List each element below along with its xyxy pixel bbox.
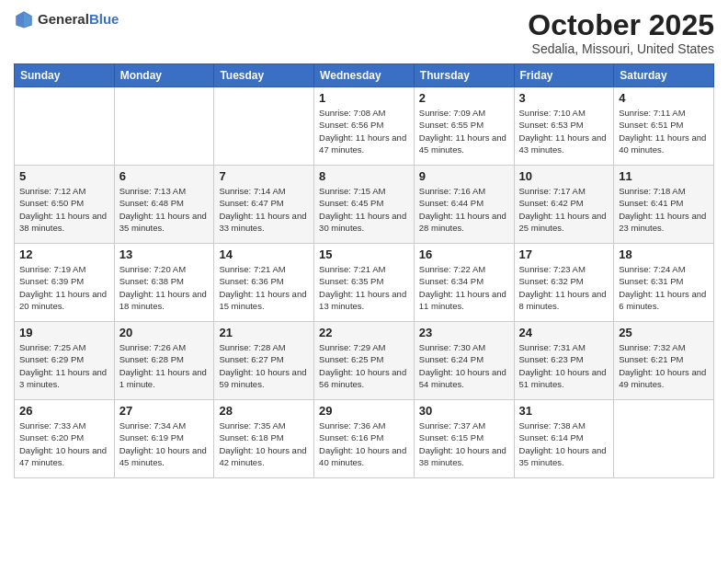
day-header-friday: Friday <box>514 64 614 87</box>
day-cell: 1Sunrise: 7:08 AM Sunset: 6:56 PM Daylig… <box>314 87 415 166</box>
day-number: 14 <box>219 247 309 261</box>
day-header-tuesday: Tuesday <box>214 64 314 87</box>
day-cell: 13Sunrise: 7:20 AM Sunset: 6:38 PM Dayli… <box>114 244 214 322</box>
day-cell: 5Sunrise: 7:12 AM Sunset: 6:50 PM Daylig… <box>15 166 115 244</box>
day-number: 29 <box>319 404 409 418</box>
day-cell: 26Sunrise: 7:33 AM Sunset: 6:20 PM Dayli… <box>15 400 115 478</box>
day-info: Sunrise: 7:24 AM Sunset: 6:31 PM Dayligh… <box>619 263 709 312</box>
day-number: 1 <box>319 91 409 105</box>
calendar-title: October 2025 <box>528 9 714 41</box>
day-cell: 7Sunrise: 7:14 AM Sunset: 6:47 PM Daylig… <box>214 166 314 244</box>
day-cell: 6Sunrise: 7:13 AM Sunset: 6:48 PM Daylig… <box>114 166 214 244</box>
day-number: 24 <box>519 326 609 339</box>
day-cell: 28Sunrise: 7:35 AM Sunset: 6:18 PM Dayli… <box>214 400 314 478</box>
day-number: 26 <box>19 404 109 418</box>
day-info: Sunrise: 7:09 AM Sunset: 6:55 PM Dayligh… <box>419 107 509 155</box>
day-number: 30 <box>419 404 509 418</box>
calendar-subtitle: Sedalia, Missouri, United States <box>528 41 714 56</box>
header: General Blue October 2025 Sedalia, Misso… <box>14 9 714 56</box>
day-number: 9 <box>419 169 509 183</box>
day-info: Sunrise: 7:22 AM Sunset: 6:34 PM Dayligh… <box>419 263 509 312</box>
day-header-sunday: Sunday <box>15 64 115 87</box>
day-number: 11 <box>619 169 709 183</box>
day-cell: 19Sunrise: 7:25 AM Sunset: 6:29 PM Dayli… <box>15 322 115 400</box>
day-info: Sunrise: 7:18 AM Sunset: 6:41 PM Dayligh… <box>619 185 709 234</box>
logo-blue: Blue <box>89 12 119 28</box>
day-number: 27 <box>119 404 210 418</box>
day-number: 8 <box>319 169 409 183</box>
day-info: Sunrise: 7:29 AM Sunset: 6:25 PM Dayligh… <box>319 341 409 390</box>
day-cell: 25Sunrise: 7:32 AM Sunset: 6:21 PM Dayli… <box>614 322 714 400</box>
day-info: Sunrise: 7:15 AM Sunset: 6:45 PM Dayligh… <box>319 185 409 234</box>
day-info: Sunrise: 7:37 AM Sunset: 6:15 PM Dayligh… <box>419 419 509 468</box>
day-cell: 18Sunrise: 7:24 AM Sunset: 6:31 PM Dayli… <box>614 244 714 322</box>
logo-general: General <box>38 12 89 28</box>
day-info: Sunrise: 7:17 AM Sunset: 6:42 PM Dayligh… <box>519 185 609 234</box>
day-cell: 3Sunrise: 7:10 AM Sunset: 6:53 PM Daylig… <box>514 87 614 166</box>
day-cell: 16Sunrise: 7:22 AM Sunset: 6:34 PM Dayli… <box>414 244 514 322</box>
day-cell <box>614 400 714 478</box>
day-header-saturday: Saturday <box>614 64 714 87</box>
page: General Blue October 2025 Sedalia, Misso… <box>0 0 728 563</box>
calendar-header-row: SundayMondayTuesdayWednesdayThursdayFrid… <box>15 64 714 87</box>
day-number: 18 <box>619 247 709 261</box>
day-cell <box>15 87 115 166</box>
day-info: Sunrise: 7:32 AM Sunset: 6:21 PM Dayligh… <box>619 341 709 390</box>
day-cell: 10Sunrise: 7:17 AM Sunset: 6:42 PM Dayli… <box>514 166 614 244</box>
day-number: 22 <box>319 326 409 339</box>
day-header-wednesday: Wednesday <box>314 64 415 87</box>
day-cell: 8Sunrise: 7:15 AM Sunset: 6:45 PM Daylig… <box>314 166 415 244</box>
day-cell: 14Sunrise: 7:21 AM Sunset: 6:36 PM Dayli… <box>214 244 314 322</box>
week-row-3: 19Sunrise: 7:25 AM Sunset: 6:29 PM Dayli… <box>15 322 714 400</box>
week-row-2: 12Sunrise: 7:19 AM Sunset: 6:39 PM Dayli… <box>15 244 714 322</box>
day-cell: 24Sunrise: 7:31 AM Sunset: 6:23 PM Dayli… <box>514 322 614 400</box>
day-cell: 9Sunrise: 7:16 AM Sunset: 6:44 PM Daylig… <box>414 166 514 244</box>
day-info: Sunrise: 7:26 AM Sunset: 6:28 PM Dayligh… <box>119 341 210 390</box>
logo-text: General Blue <box>38 12 119 28</box>
day-cell: 15Sunrise: 7:21 AM Sunset: 6:35 PM Dayli… <box>314 244 415 322</box>
day-info: Sunrise: 7:28 AM Sunset: 6:27 PM Dayligh… <box>219 341 309 390</box>
day-cell: 21Sunrise: 7:28 AM Sunset: 6:27 PM Dayli… <box>214 322 314 400</box>
week-row-4: 26Sunrise: 7:33 AM Sunset: 6:20 PM Dayli… <box>15 400 714 478</box>
day-number: 16 <box>419 247 509 261</box>
day-number: 6 <box>119 169 210 183</box>
day-number: 7 <box>219 169 309 183</box>
day-cell: 12Sunrise: 7:19 AM Sunset: 6:39 PM Dayli… <box>15 244 115 322</box>
week-row-0: 1Sunrise: 7:08 AM Sunset: 6:56 PM Daylig… <box>15 87 714 166</box>
logo-icon <box>14 9 34 29</box>
day-info: Sunrise: 7:36 AM Sunset: 6:16 PM Dayligh… <box>319 419 409 468</box>
title-block: October 2025 Sedalia, Missouri, United S… <box>528 9 714 56</box>
day-number: 23 <box>419 326 509 339</box>
day-cell: 4Sunrise: 7:11 AM Sunset: 6:51 PM Daylig… <box>614 87 714 166</box>
week-row-1: 5Sunrise: 7:12 AM Sunset: 6:50 PM Daylig… <box>15 166 714 244</box>
day-number: 10 <box>519 169 609 183</box>
day-info: Sunrise: 7:23 AM Sunset: 6:32 PM Dayligh… <box>519 263 609 312</box>
day-cell: 20Sunrise: 7:26 AM Sunset: 6:28 PM Dayli… <box>114 322 214 400</box>
day-info: Sunrise: 7:14 AM Sunset: 6:47 PM Dayligh… <box>219 185 309 234</box>
day-cell: 31Sunrise: 7:38 AM Sunset: 6:14 PM Dayli… <box>514 400 614 478</box>
day-cell: 2Sunrise: 7:09 AM Sunset: 6:55 PM Daylig… <box>414 87 514 166</box>
day-info: Sunrise: 7:10 AM Sunset: 6:53 PM Dayligh… <box>519 107 609 155</box>
day-number: 13 <box>119 247 210 261</box>
day-number: 17 <box>519 247 609 261</box>
day-cell: 17Sunrise: 7:23 AM Sunset: 6:32 PM Dayli… <box>514 244 614 322</box>
day-number: 4 <box>619 91 709 105</box>
day-info: Sunrise: 7:12 AM Sunset: 6:50 PM Dayligh… <box>19 185 109 234</box>
day-cell <box>114 87 214 166</box>
calendar-table: SundayMondayTuesdayWednesdayThursdayFrid… <box>14 63 714 478</box>
day-info: Sunrise: 7:38 AM Sunset: 6:14 PM Dayligh… <box>519 419 609 468</box>
day-cell <box>214 87 314 166</box>
day-number: 12 <box>19 247 109 261</box>
day-cell: 27Sunrise: 7:34 AM Sunset: 6:19 PM Dayli… <box>114 400 214 478</box>
day-cell: 11Sunrise: 7:18 AM Sunset: 6:41 PM Dayli… <box>614 166 714 244</box>
day-info: Sunrise: 7:16 AM Sunset: 6:44 PM Dayligh… <box>419 185 509 234</box>
day-cell: 23Sunrise: 7:30 AM Sunset: 6:24 PM Dayli… <box>414 322 514 400</box>
day-info: Sunrise: 7:13 AM Sunset: 6:48 PM Dayligh… <box>119 185 210 234</box>
logo: General Blue <box>14 9 119 29</box>
day-number: 21 <box>219 326 309 339</box>
day-info: Sunrise: 7:21 AM Sunset: 6:36 PM Dayligh… <box>219 263 309 312</box>
day-cell: 30Sunrise: 7:37 AM Sunset: 6:15 PM Dayli… <box>414 400 514 478</box>
day-cell: 22Sunrise: 7:29 AM Sunset: 6:25 PM Dayli… <box>314 322 415 400</box>
day-info: Sunrise: 7:30 AM Sunset: 6:24 PM Dayligh… <box>419 341 509 390</box>
day-info: Sunrise: 7:19 AM Sunset: 6:39 PM Dayligh… <box>19 263 109 312</box>
